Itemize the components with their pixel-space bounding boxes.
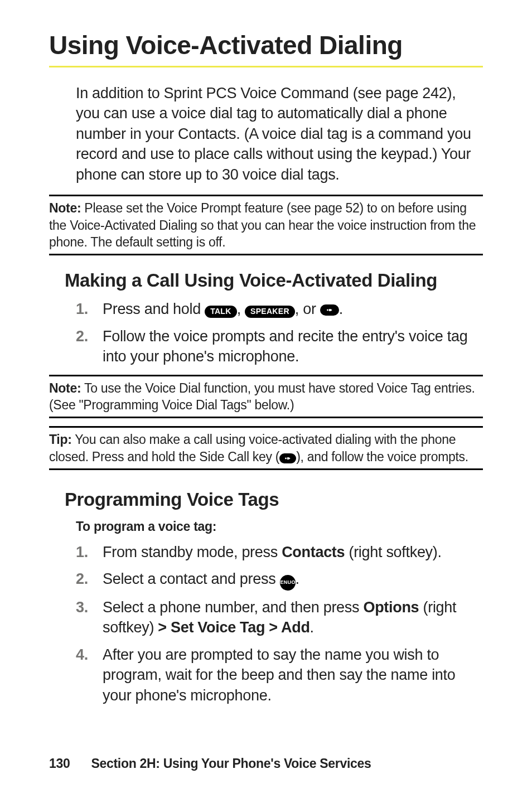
- step-text: .: [310, 619, 314, 636]
- page-footer: 130Section 2H: Using Your Phone's Voice …: [49, 756, 371, 771]
- note-voice-dial-entries: Note: To use the Voice Dial function, yo…: [49, 375, 483, 419]
- side-call-key-icon: [279, 453, 296, 463]
- note-text: Please set the Voice Prompt feature (see…: [49, 201, 476, 249]
- list-item: 4. After you are prompted to say the nam…: [76, 645, 483, 705]
- list-item: 2. Select a contact and press MENUOK.: [76, 569, 483, 591]
- menu-path: > Set Voice Tag > Add: [158, 619, 309, 636]
- step-text: Select a phone number, and then press: [103, 599, 363, 616]
- step-number: 2.: [76, 326, 103, 367]
- list-item: 1. From standby mode, press Contacts (ri…: [76, 542, 483, 562]
- svg-point-1: [285, 457, 287, 459]
- step-number: 4.: [76, 645, 103, 705]
- list-item: 3. Select a phone number, and then press…: [76, 597, 483, 638]
- step-number: 2.: [76, 569, 103, 591]
- step-text: .: [339, 301, 343, 317]
- tip-label: Tip:: [49, 432, 72, 447]
- step-text: After you are prompted to say the name y…: [103, 645, 483, 705]
- section-label: Section 2H: Using Your Phone's Voice Ser…: [91, 756, 371, 771]
- side-call-key-icon: [320, 304, 339, 316]
- talk-key-icon: TALK: [205, 306, 237, 318]
- step-number: 3.: [76, 597, 103, 638]
- step-text: (right softkey).: [345, 544, 441, 560]
- subhead-program-tag: To program a voice tag:: [76, 519, 483, 534]
- step-number: 1.: [76, 542, 103, 562]
- note-label: Note:: [49, 381, 81, 395]
- heading-programming-tags: Programming Voice Tags: [65, 489, 483, 510]
- note-text: To use the Voice Dial function, you must…: [49, 381, 475, 412]
- step-text: .: [296, 570, 299, 587]
- step-text: ,: [237, 301, 245, 317]
- heading-making-call: Making a Call Using Voice-Activated Dial…: [65, 270, 483, 291]
- step-text: Follow the voice prompts and recite the …: [103, 326, 483, 367]
- contacts-softkey: Contacts: [282, 544, 345, 560]
- step-text: From standby mode, press: [103, 544, 282, 560]
- speaker-key-icon: SPEAKER: [245, 306, 295, 318]
- step-number: 1.: [76, 299, 103, 319]
- svg-point-0: [327, 309, 328, 311]
- page-title: Using Voice-Activated Dialing: [49, 30, 483, 67]
- intro-paragraph: In addition to Sprint PCS Voice Command …: [76, 83, 483, 185]
- step-text: Select a contact and press: [103, 570, 280, 587]
- list-item: 2. Follow the voice prompts and recite t…: [76, 326, 483, 367]
- menu-ok-key-icon: MENUOK: [280, 575, 296, 591]
- options-softkey: Options: [363, 599, 419, 616]
- tip-text: ), and follow the voice prompts.: [296, 449, 468, 464]
- steps-making-call: 1. Press and hold TALK, SPEAKER, or . 2.…: [76, 299, 483, 366]
- step-text: Press and hold: [103, 301, 205, 317]
- page-number: 130: [49, 756, 70, 771]
- step-text: , or: [295, 301, 320, 317]
- note-prompt-feature: Note: Please set the Voice Prompt featur…: [49, 195, 483, 255]
- tip-side-call: Tip: You can also make a call using voic…: [49, 426, 483, 470]
- note-label: Note:: [49, 201, 81, 215]
- steps-programming-tags: 1. From standby mode, press Contacts (ri…: [76, 542, 483, 705]
- list-item: 1. Press and hold TALK, SPEAKER, or .: [76, 299, 483, 319]
